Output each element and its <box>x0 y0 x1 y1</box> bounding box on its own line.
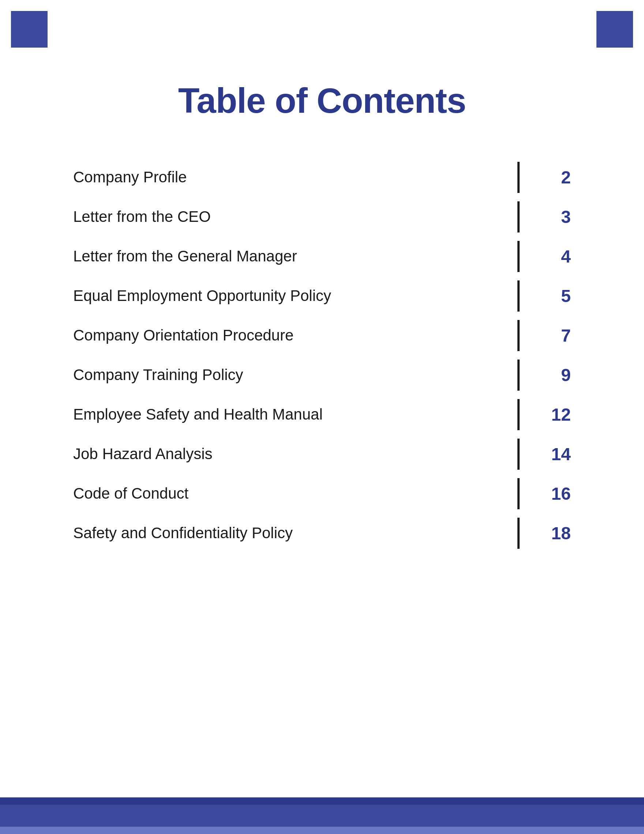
toc-divider-3 <box>517 280 520 312</box>
toc-divider-0 <box>517 162 520 193</box>
toc-item-title-3: Equal Employment Opportunity Policy <box>73 287 517 305</box>
footer-bar-medium <box>0 805 644 827</box>
decorative-square-top-right <box>596 11 633 48</box>
toc-item-3[interactable]: Equal Employment Opportunity Policy 5 <box>73 276 571 315</box>
toc-page-number-5: 9 <box>542 365 571 385</box>
toc-divider-8 <box>517 478 520 509</box>
footer <box>0 797 644 834</box>
toc-item-5[interactable]: Company Training Policy 9 <box>73 355 571 395</box>
toc-item-0[interactable]: Company Profile 2 <box>73 157 571 197</box>
toc-item-title-5: Company Training Policy <box>73 366 517 384</box>
title-section: Table of Contents <box>0 81 644 121</box>
toc-item-6[interactable]: Employee Safety and Health Manual 12 <box>73 395 571 434</box>
toc-item-title-0: Company Profile <box>73 168 517 186</box>
toc-divider-6 <box>517 399 520 430</box>
toc-item-8[interactable]: Code of Conduct 16 <box>73 474 571 513</box>
toc-page-number-7: 14 <box>542 444 571 464</box>
page-container: Table of Contents Company Profile 2 Lett… <box>0 0 644 834</box>
toc-section: Company Profile 2 Letter from the CEO 3 … <box>73 157 571 553</box>
toc-item-title-6: Employee Safety and Health Manual <box>73 406 517 423</box>
toc-page-number-4: 7 <box>542 325 571 346</box>
toc-page-number-8: 16 <box>542 483 571 504</box>
toc-divider-9 <box>517 518 520 549</box>
footer-bar-light <box>0 827 644 834</box>
toc-divider-5 <box>517 359 520 391</box>
toc-item-9[interactable]: Safety and Confidentiality Policy 18 <box>73 513 571 553</box>
toc-page-number-3: 5 <box>542 286 571 306</box>
toc-item-4[interactable]: Company Orientation Procedure 7 <box>73 315 571 355</box>
toc-page-number-6: 12 <box>542 404 571 425</box>
toc-divider-4 <box>517 320 520 351</box>
toc-page-number-0: 2 <box>542 167 571 187</box>
footer-bar-dark <box>0 797 644 805</box>
toc-page-number-2: 4 <box>542 246 571 267</box>
toc-page-number-9: 18 <box>542 523 571 543</box>
decorative-square-top-left <box>11 11 48 48</box>
page-title: Table of Contents <box>0 81 644 121</box>
toc-item-title-7: Job Hazard Analysis <box>73 445 517 463</box>
toc-divider-1 <box>517 201 520 233</box>
toc-page-number-1: 3 <box>542 207 571 227</box>
toc-item-title-2: Letter from the General Manager <box>73 247 517 265</box>
toc-item-title-4: Company Orientation Procedure <box>73 326 517 344</box>
toc-item-7[interactable]: Job Hazard Analysis 14 <box>73 434 571 474</box>
toc-item-title-9: Safety and Confidentiality Policy <box>73 524 517 542</box>
toc-item-title-8: Code of Conduct <box>73 485 517 502</box>
toc-divider-7 <box>517 439 520 470</box>
toc-item-2[interactable]: Letter from the General Manager 4 <box>73 236 571 276</box>
toc-divider-2 <box>517 241 520 272</box>
toc-item-1[interactable]: Letter from the CEO 3 <box>73 197 571 236</box>
toc-item-title-1: Letter from the CEO <box>73 208 517 226</box>
